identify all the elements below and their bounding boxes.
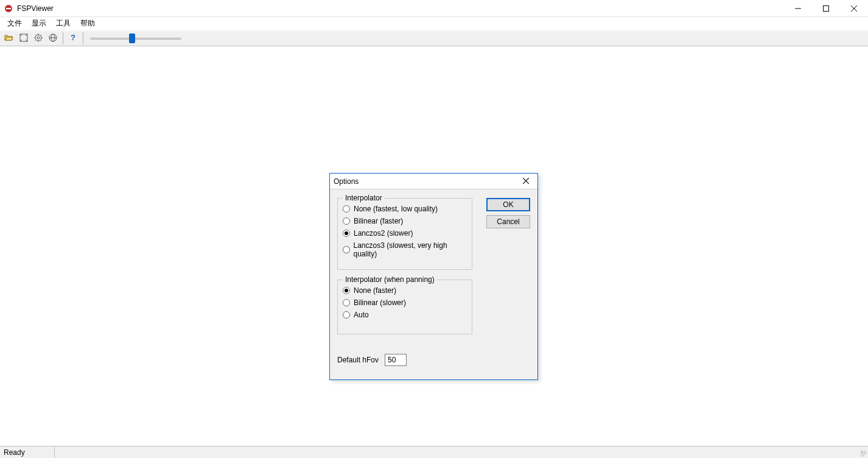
menu-file[interactable]: 文件 — [2, 17, 27, 30]
radio-icon — [343, 299, 350, 306]
radio-icon — [343, 230, 350, 237]
content-area: anxz.com 安下载 Options Interpolator — [0, 46, 868, 446]
radio-icon — [343, 217, 350, 225]
radio-label: Lanczos2 (slower) — [354, 229, 413, 238]
dialog-body: Interpolator None (fastest, low quality)… — [330, 189, 537, 379]
radio-label: Lanczos3 (slowest, very high quality) — [354, 241, 467, 258]
slider-track — [90, 38, 181, 40]
radio-none[interactable]: None (fastest, low quality) — [343, 205, 467, 213]
fullscreen-button[interactable] — [17, 32, 30, 45]
svg-point-6 — [37, 37, 40, 39]
radio-pan-auto[interactable]: Auto — [343, 311, 467, 319]
status-ready: Ready — [0, 447, 55, 458]
interpolator-panning-group: Interpolator (when panning) None (faster… — [337, 280, 472, 334]
radio-icon — [343, 246, 350, 253]
hfov-input[interactable]: 50 — [385, 354, 407, 366]
hfov-label: Default hFov — [337, 356, 379, 364]
toolbar: ? — [0, 30, 868, 46]
radio-lanczos3[interactable]: Lanczos3 (slowest, very high quality) — [343, 241, 467, 258]
maximize-button[interactable] — [812, 0, 840, 17]
app-window: FSPViewer 文件 显示 工具 帮助 — [0, 0, 868, 458]
group-legend: Interpolator — [343, 194, 385, 202]
slider-thumb[interactable] — [129, 33, 135, 43]
radio-label: Auto — [354, 311, 369, 319]
default-hfov-row: Default hFov 50 — [337, 354, 407, 366]
radio-label: None (fastest, low quality) — [354, 205, 438, 213]
help-button[interactable]: ? — [66, 32, 80, 45]
ok-button[interactable]: OK — [486, 198, 530, 211]
interpolator-group: Interpolator None (fastest, low quality)… — [337, 198, 472, 270]
dialog-title: Options — [334, 177, 518, 186]
gear-icon — [33, 33, 43, 44]
radio-pan-bilinear[interactable]: Bilinear (slower) — [343, 298, 467, 307]
cancel-button[interactable]: Cancel — [486, 215, 530, 228]
zoom-slider[interactable] — [90, 32, 181, 44]
menu-view[interactable]: 显示 — [27, 17, 51, 30]
settings-button[interactable] — [32, 32, 45, 45]
globe-icon — [48, 33, 58, 44]
svg-rect-3 — [824, 5, 829, 11]
menu-help[interactable]: 帮助 — [75, 17, 100, 30]
close-icon — [523, 177, 529, 186]
radio-icon — [343, 311, 350, 319]
fullscreen-icon — [19, 33, 29, 44]
dialog-close-button[interactable] — [518, 175, 534, 188]
folder-open-icon — [4, 33, 14, 44]
radio-icon — [343, 287, 350, 294]
menu-tools[interactable]: 工具 — [51, 17, 75, 30]
minimize-button[interactable] — [784, 0, 812, 17]
radio-label: None (faster) — [354, 286, 396, 295]
group-legend: Interpolator (when panning) — [343, 275, 437, 284]
toolbar-separator — [63, 32, 63, 44]
help-icon: ? — [68, 33, 78, 44]
globe-button[interactable] — [46, 32, 60, 45]
resize-grip[interactable] — [857, 447, 868, 458]
dialog-titlebar[interactable]: Options — [330, 174, 537, 189]
toolbar-separator — [83, 32, 83, 44]
options-dialog: Options Interpolator None (fastest, low … — [329, 173, 538, 380]
svg-text:?: ? — [71, 33, 75, 42]
open-file-button[interactable] — [2, 32, 16, 45]
radio-label: Bilinear (faster) — [354, 217, 403, 225]
radio-bilinear[interactable]: Bilinear (faster) — [343, 217, 467, 225]
svg-rect-2 — [795, 8, 801, 9]
radio-label: Bilinear (slower) — [354, 298, 406, 307]
close-button[interactable] — [840, 0, 868, 17]
window-title: FSPViewer — [17, 4, 54, 13]
radio-pan-none[interactable]: None (faster) — [343, 286, 467, 295]
menubar: 文件 显示 工具 帮助 — [0, 17, 868, 30]
svg-rect-1 — [6, 8, 11, 9]
app-icon — [4, 4, 13, 13]
statusbar: Ready — [0, 446, 868, 458]
radio-icon — [343, 205, 350, 213]
titlebar: FSPViewer — [0, 0, 868, 17]
radio-lanczos2[interactable]: Lanczos2 (slower) — [343, 229, 467, 238]
